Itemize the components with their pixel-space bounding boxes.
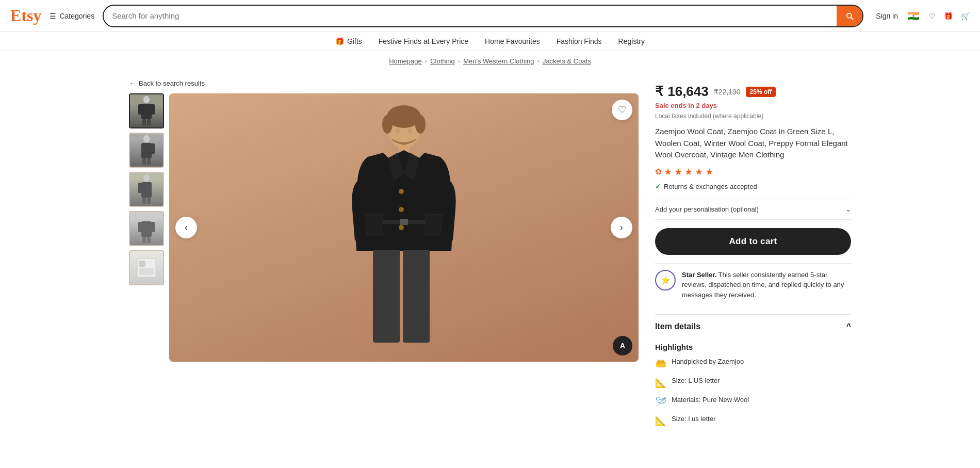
svg-point-6 [143,135,150,142]
breadcrumb-sep-3: › [537,57,540,65]
favorite-button[interactable]: ♡ [612,100,632,120]
star-2: ★ [674,166,682,177]
product-image-background: ♡ ‹ › A [169,93,639,362]
star-seller-icon: ⭐ [661,276,670,284]
star-rating: ✿ ★ ★ ★ ★ ★ [655,166,851,177]
thumbnail-3[interactable] [129,172,164,207]
sign-in-label: Sign in [876,12,898,20]
nav-festive[interactable]: Festive Finds at Every Price [379,37,468,45]
svg-rect-8 [151,143,155,154]
highlight-size: 📐 Size: L US letter [655,377,851,389]
personalisation-toggle[interactable]: Add your personalisation (optional) ⌄ [655,199,851,220]
nav-fashion-label: Fashion Finds [557,37,602,45]
discount-badge: 25% off [746,87,776,97]
country-selector[interactable]: 🇮🇳 [906,9,921,23]
nav-gifts[interactable]: 🎁 Gifts [335,37,362,45]
star-seller-badge: ⭐ [655,270,676,291]
nav-gifts-label: Gifts [347,37,362,45]
thumbnail-2[interactable] [129,133,164,168]
highlight-handpicked: 🤲 Handpicked by Zaemjoo [655,358,851,369]
svg-rect-19 [151,222,155,232]
hamburger-icon: ☰ [50,12,56,20]
favorites-button[interactable]: ♡ [929,12,936,20]
cart-icon: 🛒 [961,12,970,20]
nav-bar: 🎁 Gifts Festive Finds at Every Price Hom… [0,32,980,51]
svg-rect-4 [142,119,146,125]
highlight-materials-text: Materials: Pure New Wool [672,396,749,404]
cart-button[interactable]: 🛒 [961,12,970,20]
svg-rect-18 [138,222,142,232]
sign-in-button[interactable]: Sign in [876,12,898,20]
star-3: ★ [684,166,693,177]
gift-icon: 🎁 [944,12,953,20]
svg-rect-21 [147,237,151,243]
nav-fashion[interactable]: Fashion Finds [557,37,602,45]
breadcrumb-sep-1: › [425,57,427,65]
returns-info: ✓ Returns & exchanges accepted [655,183,851,190]
svg-rect-24 [139,261,145,267]
header-actions: Sign in 🇮🇳 ♡ 🎁 🛒 [876,9,970,23]
size2-icon: 📐 [655,415,666,427]
price-current: ₹ 16,643 [655,84,709,100]
thumbnail-list [129,93,164,362]
search-bar [103,5,863,27]
price-row: ₹ 16,643 ₹22,190 25% off [655,84,851,100]
back-to-results-link[interactable]: ← Back to search results [129,79,639,87]
main-product-image: ♡ ‹ › A ⚑ [169,93,639,362]
star-1: ★ [664,166,672,177]
breadcrumb-clothing[interactable]: Clothing [430,57,455,65]
svg-rect-12 [141,182,152,198]
nav-registry[interactable]: Registry [618,37,645,45]
svg-point-33 [399,207,404,212]
back-link-label: Back to search results [139,79,205,87]
returns-label: Returns & exchanges accepted [664,183,757,190]
breadcrumb: Homepage › Clothing › Men's Western Clot… [0,51,980,71]
svg-point-28 [415,115,426,134]
categories-button[interactable]: ☰ Categories [50,12,94,20]
highlight-handpicked-text: Handpicked by Zaemjoo [672,358,744,365]
svg-point-0 [143,96,150,103]
svg-rect-38 [403,250,430,343]
thumbnail-4[interactable] [129,211,164,246]
nav-home[interactable]: Home Favourites [485,37,540,45]
breadcrumb-homepage[interactable]: Homepage [389,57,422,65]
svg-point-11 [143,174,150,182]
add-to-cart-button[interactable]: Add to cart [655,228,851,255]
product-figure-svg [321,101,486,354]
search-button[interactable] [837,6,862,26]
svg-point-16 [143,214,150,221]
heart-outline-icon: ♡ [618,104,626,116]
chevron-right-icon: › [620,223,623,232]
handpicked-icon: 🤲 [655,358,666,369]
svg-rect-3 [151,104,155,115]
breadcrumb-jackets-coats[interactable]: Jackets & Coats [543,57,591,65]
svg-point-34 [399,225,404,230]
breadcrumb-mens-western[interactable]: Men's Western Clothing [463,57,534,65]
thumbnail-5[interactable] [129,250,164,285]
materials-icon: 🪡 [655,396,666,408]
item-details-toggle[interactable]: Item details ^ [655,314,851,338]
star-seller-label: Star Seller. [682,271,716,279]
header: Etsy ☰ Categories Sign in 🇮🇳 ♡ 🎁 🛒 [0,0,980,32]
etsy-logo[interactable]: Etsy [10,6,41,25]
flag-icon: 🇮🇳 [906,9,921,23]
size-icon: 📐 [655,377,666,389]
highlight-size2-text: Size: l us letter [672,415,715,423]
highlight-size2: 📐 Size: l us letter [655,415,851,427]
tax-note: Local taxes included (where applicable) [655,112,851,120]
checkmark-icon: ✓ [655,183,661,190]
breadcrumb-sep-2: › [458,57,460,65]
prev-image-button[interactable]: ‹ [175,217,197,238]
search-input[interactable] [104,11,837,20]
thumbnail-image-5 [130,251,163,284]
price-original: ₹22,190 [714,88,741,96]
next-image-button[interactable]: › [611,217,632,238]
item-details-label: Item details [655,322,700,331]
svg-rect-37 [373,250,400,343]
back-arrow-icon: ← [129,79,136,87]
svg-point-32 [399,189,404,194]
thumbnail-1[interactable] [129,93,164,128]
svg-point-27 [382,115,393,134]
gifts-button[interactable]: 🎁 [944,12,953,20]
left-panel: ← Back to search results [129,79,639,438]
